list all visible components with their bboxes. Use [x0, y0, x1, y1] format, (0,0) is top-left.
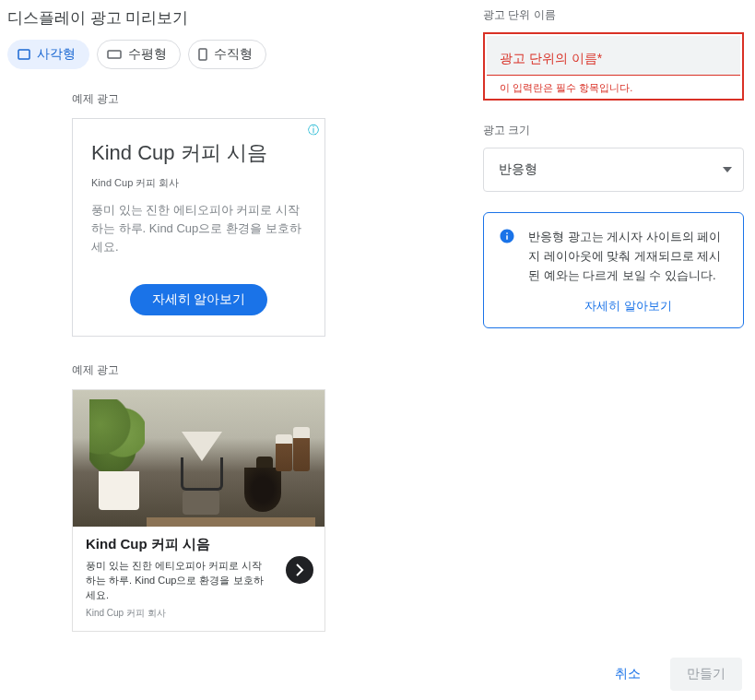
cancel-button[interactable]: 취소	[604, 658, 652, 690]
chevron-right-icon	[295, 564, 304, 576]
chip-label: 수평형	[128, 46, 167, 63]
horizontal-rect-icon	[107, 50, 122, 59]
info-icon	[499, 228, 515, 314]
shape-chip-row: 사각형 수평형 수직형	[0, 40, 470, 69]
unit-name-section-label: 광고 단위 이름	[483, 7, 744, 23]
square-icon	[18, 49, 30, 60]
svg-rect-1	[108, 51, 121, 58]
unit-name-field-error: 광고 단위의 이름* 이 입력란은 필수 항목입니다.	[483, 32, 744, 101]
unit-name-placeholder: 광고 단위의 이름*	[500, 51, 727, 67]
ad-size-value: 반응형	[499, 161, 537, 178]
chip-label: 사각형	[37, 46, 76, 63]
vertical-rect-icon	[198, 48, 207, 61]
ad-body-text: 풍미 있는 진한 에티오피아 커피로 시작하는 하루. Kind Cup으로 환…	[91, 201, 306, 256]
sample-ad-label-1: 예제 광고	[72, 91, 470, 107]
info-text: 반응형 광고는 게시자 사이트의 페이지 레이아웃에 맞춰 게재되므로 제시된 …	[528, 228, 728, 285]
create-button[interactable]: 만들기	[670, 658, 742, 691]
sample-ad-card-2: Kind Cup 커피 시음 풍미 있는 진한 에티오피아 커피로 시작하는 하…	[72, 389, 325, 632]
footer-actions: 취소 만들기	[604, 658, 742, 691]
ad-size-select[interactable]: 반응형	[483, 148, 744, 192]
unit-name-error-message: 이 입력란은 필수 항목입니다.	[487, 76, 740, 95]
ad-cta-button[interactable]: 자세히 알아보기	[130, 284, 268, 315]
ad-headline: Kind Cup 커피 시음	[91, 139, 306, 167]
svg-rect-2	[199, 49, 206, 60]
unit-name-input[interactable]: 광고 단위의 이름*	[487, 36, 740, 76]
ad-advertiser: Kind Cup 커피 회사	[91, 176, 306, 190]
chip-label: 수직형	[214, 46, 253, 63]
ad2-advertiser: Kind Cup 커피 회사	[86, 607, 312, 620]
ad2-body-text: 풍미 있는 진한 에티오피아 커피로 시작하는 하루. Kind Cup으로 환…	[86, 559, 312, 603]
adchoices-icon[interactable]: ⓘ	[308, 123, 319, 138]
responsive-info-box: 반응형 광고는 게시자 사이트의 페이지 레이아웃에 맞춰 게재되므로 제시된 …	[483, 212, 744, 328]
dropdown-arrow-icon	[723, 167, 732, 172]
sample-ad-card-1: ⓘ Kind Cup 커피 시음 Kind Cup 커피 회사 풍미 있는 진한…	[72, 118, 325, 337]
chip-vertical[interactable]: 수직형	[188, 40, 266, 69]
ad2-headline: Kind Cup 커피 시음	[86, 536, 312, 553]
page-title: 디스플레이 광고 미리보기	[0, 7, 470, 29]
learn-more-link[interactable]: 자세히 알아보기	[528, 298, 728, 314]
chip-horizontal[interactable]: 수평형	[97, 40, 181, 69]
ad-size-section-label: 광고 크기	[483, 123, 744, 138]
ad-image	[73, 390, 324, 527]
svg-rect-0	[18, 50, 29, 59]
sample-ad-label-2: 예제 광고	[72, 362, 470, 378]
chip-square[interactable]: 사각형	[7, 40, 89, 69]
